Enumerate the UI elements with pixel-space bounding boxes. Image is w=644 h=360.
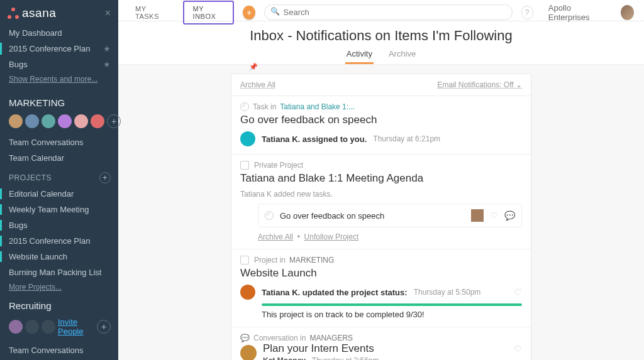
- notif-meta: Task in Tatiana and Blake 1:...: [240, 102, 522, 111]
- inbox-scroll[interactable]: Archive All Email Notifications: Off ⌄ T…: [118, 65, 644, 360]
- avatar[interactable]: [9, 320, 23, 334]
- archive-all-link[interactable]: Archive All: [258, 232, 293, 241]
- brand-text: asana: [22, 6, 56, 20]
- projects-header: PROJECTS +: [0, 166, 118, 186]
- inbox-card: Archive All Email Notifications: Off ⌄ T…: [231, 74, 531, 360]
- assignee-avatar[interactable]: [471, 209, 484, 222]
- notif-meta: Private Project: [240, 161, 522, 170]
- org-name[interactable]: Apollo Enterprises: [548, 3, 606, 22]
- team-avatars-recruiting: Invite People +: [0, 315, 118, 342]
- team-header-recruiting[interactable]: Recruiting: [0, 294, 118, 315]
- subtabs: Activity Archive: [118, 46, 644, 65]
- notification-item[interactable]: 💬 Conversation in MANAGERS Plan your Int…: [231, 327, 531, 360]
- topbar: MY TASKS MY INBOX + 🔍 ? Apollo Enterpris…: [118, 0, 644, 21]
- sidebar-item-label: Website Launch: [9, 252, 67, 261]
- notif-author: Kat Mooney: [263, 356, 306, 360]
- project-conference-plan[interactable]: 2015 Conference Plan: [0, 233, 118, 249]
- search-input[interactable]: [264, 4, 513, 20]
- notif-context[interactable]: MANAGERS: [309, 334, 353, 342]
- avatar[interactable]: [42, 320, 55, 334]
- avatar[interactable]: [240, 345, 257, 360]
- star-icon[interactable]: ★: [103, 44, 111, 53]
- notif-meta: 💬 Conversation in MANAGERS: [240, 334, 522, 342]
- sidebar-item-label: Editorial Calendar: [9, 189, 74, 199]
- project-website-launch[interactable]: Website Launch: [0, 249, 118, 265]
- comment-icon[interactable]: 💬: [504, 210, 515, 221]
- clipboard-icon: [240, 256, 249, 265]
- favorites-list: My Dashboard 2015 Conference Plan ★ Bugs…: [0, 25, 118, 91]
- invite-people-link[interactable]: Invite People: [58, 317, 94, 336]
- notif-title[interactable]: Plan your Intern Events: [263, 342, 374, 355]
- sidebar-item-conference[interactable]: 2015 Conference Plan ★: [0, 41, 118, 57]
- heart-icon[interactable]: ♡: [490, 210, 498, 221]
- help-icon[interactable]: ?: [521, 6, 533, 19]
- notif-submeta: Tatiana K added new tasks.: [240, 190, 522, 199]
- add-member-icon[interactable]: +: [107, 114, 121, 128]
- notif-time: Thursday at 2:56pm: [312, 356, 379, 360]
- asana-logo[interactable]: asana: [8, 6, 56, 20]
- avatar[interactable]: [240, 131, 255, 146]
- project-bugs[interactable]: Bugs: [0, 217, 118, 233]
- notif-line: Tatiana K. updated the project status:: [262, 288, 408, 297]
- tab-my-inbox[interactable]: MY INBOX: [183, 1, 235, 25]
- avatar[interactable]: [74, 114, 88, 128]
- email-notif-toggle[interactable]: Email Notifications: Off ⌄: [438, 80, 523, 89]
- subtask-row[interactable]: Go over feedback on speech ♡ 💬: [258, 204, 522, 227]
- subtab-activity[interactable]: Activity: [345, 46, 374, 64]
- search-icon: 🔍: [270, 7, 280, 16]
- show-recents-link[interactable]: Show Recents and more...: [0, 72, 118, 86]
- notif-author-row: Kat Mooney Thursday at 2:56pm: [263, 356, 522, 360]
- new-button[interactable]: +: [243, 6, 255, 19]
- add-project-icon[interactable]: +: [99, 172, 111, 183]
- sidebar-item-label: 2015 Conference Plan: [9, 236, 90, 246]
- avatar[interactable]: [240, 285, 255, 300]
- team-avatars: +: [0, 112, 118, 134]
- sidebar-item-bugs[interactable]: Bugs ★: [0, 57, 118, 72]
- avatar[interactable]: [25, 114, 39, 128]
- conversation-icon: 💬: [240, 334, 250, 342]
- notif-sublinks: Archive All • Unfollow Project: [258, 232, 522, 241]
- tab-my-tasks[interactable]: MY TASKS: [128, 1, 174, 25]
- archive-all-link[interactable]: Archive All: [240, 80, 275, 89]
- notif-time: Thursday at 5:50pm: [414, 288, 481, 297]
- sidebar-item-dashboard[interactable]: My Dashboard: [0, 25, 118, 41]
- avatar[interactable]: [42, 114, 55, 128]
- notification-item[interactable]: Private Project Tatiana and Blake 1:1 Me…: [231, 155, 531, 249]
- clipboard-icon: [240, 161, 249, 170]
- notif-body: This project is on track to be completed…: [262, 310, 522, 319]
- task-check-icon: [240, 102, 249, 111]
- subtask-title: Go over feedback on speech: [280, 211, 384, 221]
- avatar[interactable]: [91, 114, 104, 128]
- team-conversations[interactable]: Team Conversations: [0, 342, 118, 358]
- notif-title[interactable]: Website Launch: [240, 267, 522, 280]
- notif-context-link[interactable]: Tatiana and Blake 1:...: [280, 102, 355, 111]
- project-editorial-calendar[interactable]: Editorial Calendar: [0, 186, 118, 202]
- more-projects-link[interactable]: More Projects...: [0, 280, 118, 294]
- task-check-icon[interactable]: [265, 211, 274, 220]
- notif-title[interactable]: Go over feedback on speech: [240, 114, 522, 126]
- notification-item[interactable]: Project in MARKETING Website Launch Tati…: [231, 249, 531, 327]
- team-header-marketing[interactable]: MARKETING: [0, 91, 118, 112]
- user-avatar[interactable]: [621, 5, 634, 20]
- add-member-icon[interactable]: +: [97, 320, 111, 334]
- star-icon[interactable]: ★: [103, 60, 111, 69]
- team-conversations[interactable]: Team Conversations: [0, 134, 118, 150]
- heart-icon[interactable]: ♡: [514, 287, 522, 297]
- avatar[interactable]: [9, 114, 23, 128]
- project-burning-man[interactable]: Burning Man Packing List: [0, 265, 118, 280]
- notif-title[interactable]: Tatiana and Blake 1:1 Meeting Agenda: [240, 172, 522, 185]
- team-calendar[interactable]: Team Calendar: [0, 150, 118, 166]
- collapse-sidebar-icon[interactable]: ×: [105, 8, 111, 19]
- sidebar-item-label: Burning Man Packing List: [9, 268, 101, 277]
- heart-icon[interactable]: ♡: [514, 344, 522, 354]
- sidebar-item-label: Team Conversations: [9, 138, 84, 147]
- avatar[interactable]: [25, 320, 39, 334]
- unfollow-link[interactable]: Unfollow Project: [304, 232, 359, 241]
- avatar[interactable]: [58, 114, 72, 128]
- subtab-archive[interactable]: Archive: [387, 46, 417, 64]
- notif-context[interactable]: MARKETING: [289, 256, 334, 265]
- notification-item[interactable]: Task in Tatiana and Blake 1:... Go over …: [231, 96, 531, 155]
- project-weekly-team-meeting[interactable]: Weekly Team Meeting: [0, 202, 118, 217]
- main: MY TASKS MY INBOX + 🔍 ? Apollo Enterpris…: [118, 0, 644, 360]
- pin-icon[interactable]: 📌: [249, 63, 258, 71]
